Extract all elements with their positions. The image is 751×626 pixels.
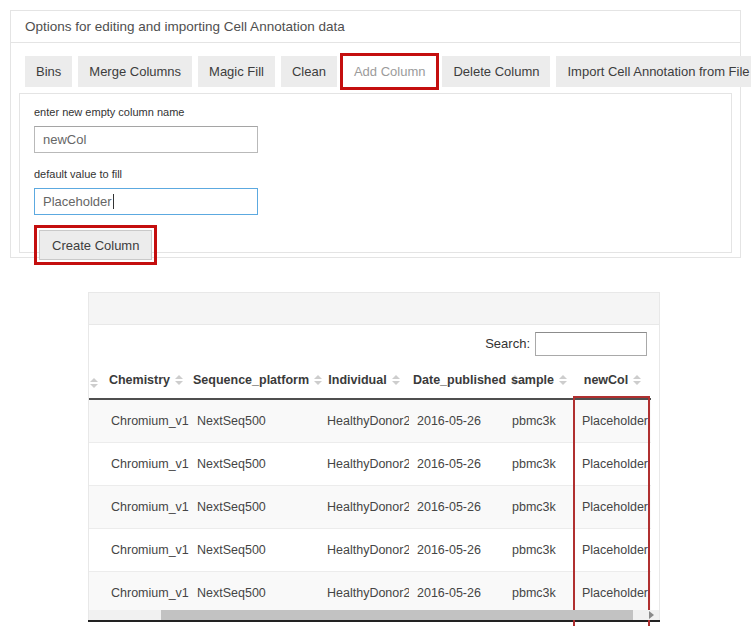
table-cell: Chromium_v1 <box>103 399 189 443</box>
sort-icon <box>175 375 183 385</box>
column-name-input[interactable] <box>34 126 258 153</box>
table-cell: pbmc3k <box>504 486 574 529</box>
table-panel: Search: ChemistrySequence_platformIndivi… <box>88 292 660 612</box>
table-row: Chromium_v1NextSeq500HealthyDonor22016-0… <box>89 399 651 443</box>
column-header-label: Chemistry <box>109 373 170 387</box>
options-panel: Options for editing and importing Cell A… <box>10 10 741 258</box>
table-bottom-border <box>88 620 660 622</box>
sort-icon <box>314 375 322 385</box>
scroll-right-button[interactable] <box>645 610 657 620</box>
table-cell: Placeholder <box>574 529 651 572</box>
table-cell: HealthyDonor2 <box>319 529 409 572</box>
column-header-label: Sequence_platform <box>193 373 309 387</box>
table-cell: Chromium_v1 <box>103 572 189 615</box>
column-header-date-published[interactable]: Date_published <box>409 362 504 399</box>
table-cell: HealthyDonor2 <box>319 572 409 615</box>
table-row: Chromium_v1NextSeq500HealthyDonor22016-0… <box>89 486 651 529</box>
table-cell: HealthyDonor2 <box>319 486 409 529</box>
table-cell: NextSeq500 <box>189 529 319 572</box>
table-cell: pbmc3k <box>504 572 574 615</box>
default-value-input[interactable]: Placeholder <box>34 188 258 215</box>
table-cell: 2016-05-26 <box>409 572 504 615</box>
page: Options for editing and importing Cell A… <box>0 0 751 626</box>
tab-clean[interactable]: Clean <box>281 56 337 87</box>
create-column-annotation: Create Column <box>34 225 157 265</box>
annotation-table: ChemistrySequence_platformIndividualDate… <box>89 362 651 614</box>
table-body: Chromium_v1NextSeq500HealthyDonor22016-0… <box>89 399 651 614</box>
table-cell: Placeholder <box>574 572 651 615</box>
tab-bins[interactable]: Bins <box>25 56 72 87</box>
table-cell: pbmc3k <box>504 529 574 572</box>
table-cell: 2016-05-26 <box>409 443 504 486</box>
table-toolbar <box>88 292 660 325</box>
column-header-cutoff[interactable] <box>89 362 103 399</box>
add-column-tab-content: enter new empty column name default valu… <box>19 93 732 253</box>
table-cell: pbmc3k <box>504 399 574 443</box>
table-cell: Chromium_v1 <box>103 529 189 572</box>
default-value-label: default value to fill <box>34 168 717 180</box>
table-cell: 2016-05-26 <box>409 399 504 443</box>
table-area: Search: ChemistrySequence_platformIndivi… <box>88 325 660 610</box>
panel-title: Options for editing and importing Cell A… <box>11 11 740 43</box>
text-cursor <box>113 194 114 209</box>
column-header-sample[interactable]: sample <box>504 362 574 399</box>
tab-bar: BinsMerge ColumnsMagic FillCleanAdd Colu… <box>25 56 740 87</box>
default-value-text: Placeholder <box>43 194 112 209</box>
table-row: Chromium_v1NextSeq500HealthyDonor22016-0… <box>89 443 651 486</box>
column-header-label: Individual <box>328 373 386 387</box>
table-cell-cutoff <box>89 572 103 615</box>
table-header-row: ChemistrySequence_platformIndividualDate… <box>89 362 651 399</box>
column-header-newcol[interactable]: newCol <box>574 362 651 399</box>
create-column-button[interactable]: Create Column <box>39 230 152 260</box>
table-cell: 2016-05-26 <box>409 486 504 529</box>
tab-merge-columns[interactable]: Merge Columns <box>78 56 192 87</box>
tab-import-cell-annotation-from-file[interactable]: Import Cell Annotation from File <box>556 56 751 87</box>
table-cell-cutoff <box>89 399 103 443</box>
column-header-label: newCol <box>584 373 628 387</box>
search-label: Search: <box>485 336 530 351</box>
tab-magic-fill[interactable]: Magic Fill <box>198 56 275 87</box>
tab-delete-column[interactable]: Delete Column <box>442 56 550 87</box>
column-name-label: enter new empty column name <box>34 106 717 118</box>
sort-icon <box>633 375 641 385</box>
column-header-individual[interactable]: Individual <box>319 362 409 399</box>
table-cell: Placeholder <box>574 399 651 443</box>
tab-add-column[interactable]: Add Column <box>343 56 437 87</box>
table-cell: HealthyDonor2 <box>319 399 409 443</box>
table-row: Chromium_v1NextSeq500HealthyDonor22016-0… <box>89 572 651 615</box>
table-cell: NextSeq500 <box>189 399 319 443</box>
table-cell: pbmc3k <box>504 443 574 486</box>
sort-icon <box>559 375 567 385</box>
column-header-chemistry[interactable]: Chemistry <box>103 362 189 399</box>
column-header-label: Date_published <box>413 373 506 387</box>
table-cell-cutoff <box>89 443 103 486</box>
table-cell-cutoff <box>89 486 103 529</box>
table-row: Chromium_v1NextSeq500HealthyDonor22016-0… <box>89 529 651 572</box>
horizontal-scrollbar[interactable] <box>88 610 660 620</box>
table-cell: Placeholder <box>574 486 651 529</box>
table-cell: HealthyDonor2 <box>319 443 409 486</box>
table-cell: NextSeq500 <box>189 486 319 529</box>
table-cell: Placeholder <box>574 443 651 486</box>
column-header-sequence-platform[interactable]: Sequence_platform <box>189 362 319 399</box>
table-cell: 2016-05-26 <box>409 529 504 572</box>
column-header-label: sample <box>511 373 554 387</box>
search-input[interactable] <box>535 332 647 356</box>
table-cell: Chromium_v1 <box>103 443 189 486</box>
sort-icon <box>90 378 98 388</box>
table-cell-cutoff <box>89 529 103 572</box>
horizontal-scrollbar-thumb[interactable] <box>161 610 633 620</box>
search-row: Search: <box>89 325 659 362</box>
table-cell: Chromium_v1 <box>103 486 189 529</box>
table-cell: NextSeq500 <box>189 572 319 615</box>
table-cell: NextSeq500 <box>189 443 319 486</box>
sort-icon <box>392 375 400 385</box>
